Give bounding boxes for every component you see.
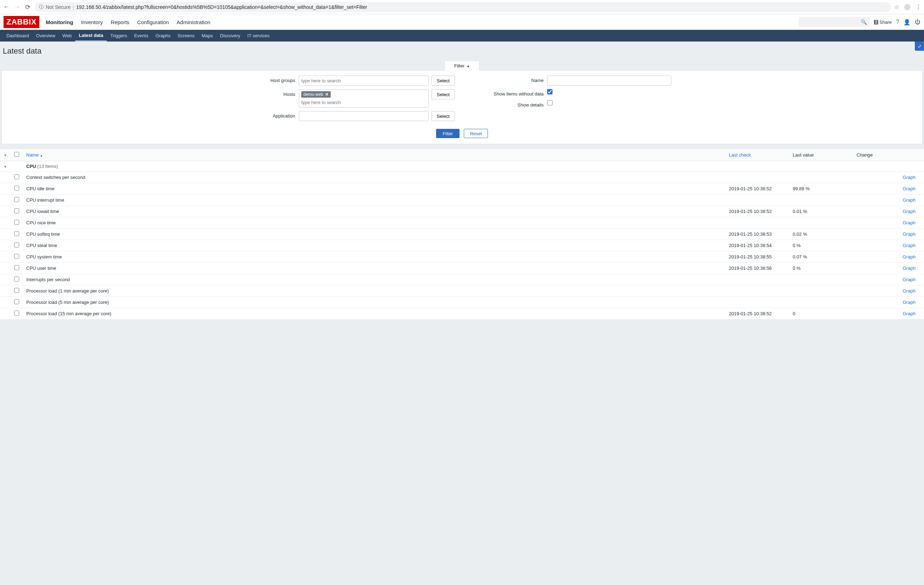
row-checkbox[interactable] [14,311,19,316]
hosts-input[interactable]: demo-web✕ [299,89,429,107]
item-last-check: 2019-01-25 10:38:55 [725,251,789,263]
sub-nav-item-dashboard[interactable]: Dashboard [3,30,33,41]
share-button[interactable]: ZShare [874,20,892,25]
row-checkbox[interactable] [14,265,19,270]
item-last-value: 99.89 % [789,183,853,195]
graph-link[interactable]: Graph [903,266,916,271]
row-checkbox[interactable] [14,220,19,225]
table-row: CPU system time2019-01-25 10:38:550.07 %… [0,251,924,263]
search-icon[interactable]: 🔍 [861,19,867,25]
browser-back-button[interactable]: ← [3,3,10,11]
hosts-label: Hosts [252,89,299,97]
sub-nav: DashboardOverviewWebLatest dataTriggersE… [0,30,924,41]
row-checkbox[interactable] [14,197,19,202]
row-checkbox[interactable] [14,243,19,248]
graph-link[interactable]: Graph [903,220,916,225]
item-last-value [789,297,853,308]
global-search-input[interactable] [799,17,870,27]
row-checkbox[interactable] [14,276,19,281]
item-change [853,240,899,251]
item-name: CPU nice time [23,217,725,229]
main-nav-item-monitoring[interactable]: Monitoring [46,16,73,29]
show-details-checkbox[interactable] [547,100,553,106]
table-row: Processor load (1 min average per core)G… [0,286,924,297]
graph-link[interactable]: Graph [903,243,916,248]
sub-nav-item-triggers[interactable]: Triggers [107,30,130,41]
graph-link[interactable]: Graph [903,231,916,237]
sub-nav-item-graphs[interactable]: Graphs [152,30,174,41]
host-tag: demo-web✕ [301,91,331,98]
item-last-value: 0.07 % [789,251,853,263]
group-toggle[interactable]: ▼ [3,165,7,169]
row-checkbox[interactable] [14,186,19,191]
column-header-name[interactable]: Name ▲ [23,149,725,161]
main-nav-item-inventory[interactable]: Inventory [81,16,103,29]
power-icon[interactable]: ⏻ [915,19,921,25]
filter-reset-button[interactable]: Reset [464,129,488,138]
graph-link[interactable]: Graph [903,254,916,259]
main-nav-item-administration[interactable]: Administration [177,16,210,29]
column-header-last-check[interactable]: Last check [725,149,789,161]
help-icon[interactable]: ? [896,19,899,25]
sub-nav-item-latest-data[interactable]: Latest data [75,30,107,41]
application-label: Application [252,111,299,119]
graph-link[interactable]: Graph [903,277,916,282]
browser-menu-icon[interactable]: ⋮ [916,3,921,10]
item-change [853,297,899,308]
table-row: Interrupts per secondGraph [0,274,924,286]
bookmark-star-icon[interactable]: ☆ [894,3,899,10]
sub-nav-item-screens[interactable]: Screens [174,30,198,41]
application-select-button[interactable]: Select [431,111,455,121]
item-last-check [725,297,789,308]
item-last-check: 2019-01-25 10:38:52 [725,183,789,195]
fullscreen-button[interactable]: ⤢ [915,41,924,51]
graph-link[interactable]: Graph [903,288,916,294]
host-groups-input[interactable] [299,76,429,86]
sub-nav-item-maps[interactable]: Maps [198,30,216,41]
table-row: Context switches per secondGraph [0,172,924,183]
show-items-without-data-checkbox[interactable] [547,89,553,94]
row-checkbox[interactable] [14,299,19,304]
browser-forward-button[interactable]: → [13,3,21,11]
sub-nav-item-discovery[interactable]: Discovery [216,30,244,41]
name-filter-input[interactable] [547,76,672,86]
host-groups-select-button[interactable]: Select [431,76,455,86]
graph-link[interactable]: Graph [903,175,916,180]
item-change [853,229,899,240]
app-logo[interactable]: ZABBIX [3,16,40,28]
graph-link[interactable]: Graph [903,197,916,203]
sub-nav-item-overview[interactable]: Overview [33,30,59,41]
graph-link[interactable]: Graph [903,186,916,191]
row-checkbox[interactable] [14,254,19,259]
application-input[interactable] [299,111,429,121]
row-checkbox[interactable] [14,288,19,293]
remove-tag-icon[interactable]: ✕ [325,92,328,97]
item-last-value [789,217,853,229]
item-last-value: 0 % [789,263,853,274]
graph-link[interactable]: Graph [903,311,916,316]
filter-apply-button[interactable]: Filter [436,129,460,138]
select-all-checkbox[interactable] [14,152,19,157]
item-change [853,308,899,319]
sub-nav-item-events[interactable]: Events [130,30,152,41]
graph-link[interactable]: Graph [903,209,916,214]
row-checkbox[interactable] [14,174,19,179]
sub-nav-item-it-services[interactable]: IT services [244,30,273,41]
browser-reload-button[interactable]: ⟳ [24,3,31,11]
item-last-check: 2019-01-25 10:38:52 [725,308,789,319]
main-nav-item-configuration[interactable]: Configuration [137,16,169,29]
user-icon[interactable]: 👤 [903,19,911,26]
filter-toggle[interactable]: Filter ▲ [445,61,479,71]
table-row: CPU interrupt timeGraph [0,195,924,206]
graph-link[interactable]: Graph [903,299,916,305]
row-checkbox[interactable] [14,231,19,236]
hosts-select-button[interactable]: Select [431,89,455,99]
item-last-value [789,274,853,286]
item-last-check: 2019-01-25 10:38:53 [725,229,789,240]
profile-icon[interactable] [904,4,911,10]
app-header: ZABBIX MonitoringInventoryReportsConfigu… [0,14,924,30]
browser-address-bar[interactable]: ⓘ Not Secure | 192.168.50.4/zabbix/lates… [35,2,891,12]
row-checkbox[interactable] [14,208,19,213]
expand-all-toggle[interactable]: ▼ [3,153,7,157]
main-nav-item-reports[interactable]: Reports [111,16,130,29]
